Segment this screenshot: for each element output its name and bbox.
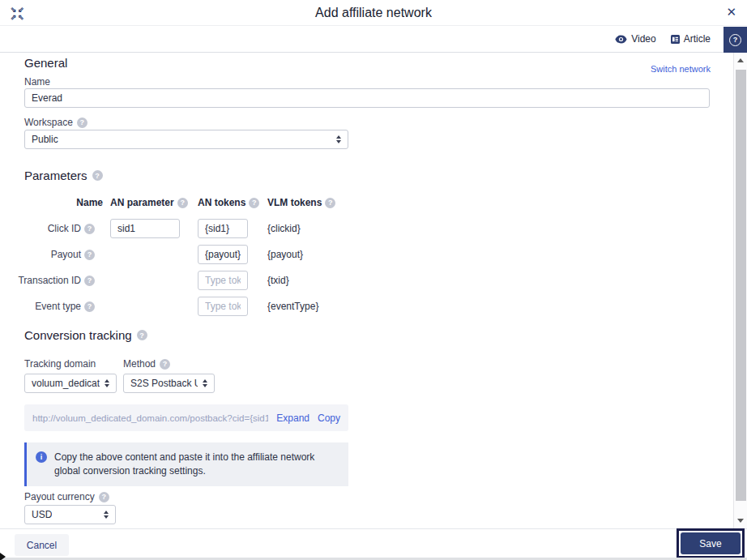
click-id-an-token-input[interactable]: [198, 219, 248, 238]
event-type-vlm-token: {eventType}: [267, 297, 318, 316]
name-label-text: Name: [24, 76, 50, 88]
vertical-scrollbar[interactable]: [733, 53, 747, 528]
save-button-focus-ring: Save: [677, 528, 745, 558]
spinner-icon: [104, 511, 109, 519]
col-header-an-tokens: AN tokens ?: [198, 197, 259, 208]
info-icon: i: [36, 451, 47, 463]
col-vlm-tokens-text: VLM tokens: [267, 197, 322, 208]
eye-icon: [615, 35, 627, 44]
payout-currency-label: Payout currency ?: [24, 491, 109, 502]
conversion-tracking-heading-text: Conversion tracking: [24, 328, 132, 342]
tracking-domain-value: voluum_dedicat...: [32, 378, 100, 389]
payout-currency-help-icon[interactable]: ?: [99, 492, 109, 502]
article-link[interactable]: Article: [671, 33, 711, 45]
general-heading-text: General: [24, 56, 67, 70]
event-type-help-icon[interactable]: ?: [84, 301, 95, 312]
parameters-help-icon[interactable]: ?: [92, 170, 103, 181]
parameters-heading: Parameters ?: [24, 169, 103, 182]
spinner-icon: [336, 135, 341, 143]
name-label: Name: [24, 76, 50, 88]
method-value: S2S Postback U...: [130, 378, 198, 389]
help-toolbar: Video Article: [0, 26, 747, 53]
dialog-title: Add affiliate network: [0, 6, 747, 20]
payout-currency-value: USD: [32, 509, 52, 520]
col-an-parameter-text: AN parameter: [110, 197, 174, 208]
workspace-label-text: Workspace: [24, 117, 73, 128]
transaction-id-help-icon[interactable]: ?: [84, 276, 95, 286]
info-banner: i Copy the above content and paste it in…: [24, 442, 348, 486]
scroll-down-icon[interactable]: [737, 519, 744, 523]
payout-currency-label-text: Payout currency: [24, 491, 95, 502]
click-id-label: Click ID: [48, 223, 81, 234]
article-label: Article: [684, 33, 711, 45]
scrollbar-thumb[interactable]: [736, 70, 746, 501]
video-link[interactable]: Video: [615, 33, 655, 45]
question-mark-icon: ?: [729, 34, 741, 46]
close-icon[interactable]: ✕: [726, 5, 736, 19]
transaction-id-vlm-token: {txid}: [267, 271, 289, 290]
conversion-tracking-help-icon[interactable]: ?: [137, 330, 147, 340]
an-parameter-help-icon[interactable]: ?: [177, 198, 188, 208]
payout-currency-select[interactable]: USD: [24, 505, 116, 524]
payout-label: Payout: [51, 249, 81, 260]
tracking-domain-select[interactable]: voluum_dedicat...: [24, 374, 117, 393]
help-button[interactable]: ?: [724, 27, 747, 53]
save-button[interactable]: Save: [681, 532, 741, 554]
postback-url-text: http://voluum_dedicated_domain.com/postb…: [32, 413, 268, 423]
spinner-icon: [203, 379, 207, 387]
conversion-tracking-heading: Conversion tracking ?: [24, 328, 147, 342]
method-help-icon[interactable]: ?: [160, 359, 170, 370]
cursor-artifact: [0, 553, 6, 560]
name-input[interactable]: [24, 88, 710, 108]
postback-url-box: http://voluum_dedicated_domain.com/postb…: [24, 404, 348, 431]
dialog-title-bar: ⇘⇙⇗⇖ Add affiliate network ✕: [0, 0, 747, 26]
article-icon: [671, 35, 680, 44]
parameters-heading-text: Parameters: [24, 169, 88, 182]
spinner-icon: [105, 379, 109, 387]
workspace-value: Public: [32, 134, 58, 145]
tracking-domain-label-text: Tracking domain: [24, 358, 96, 370]
payout-help-icon[interactable]: ?: [84, 250, 95, 260]
click-id-an-parameter-input[interactable]: [110, 219, 180, 238]
video-label: Video: [631, 33, 655, 45]
add-affiliate-network-dialog: ⇘⇙⇗⇖ Add affiliate network ✕ Video Artic…: [0, 0, 747, 560]
general-heading: General: [24, 56, 67, 70]
info-text: Copy the above content and paste it into…: [54, 451, 327, 478]
tracking-domain-label: Tracking domain: [24, 358, 96, 370]
col-header-vlm-tokens: VLM tokens ?: [267, 197, 335, 208]
event-type-label: Event type: [35, 301, 81, 312]
row-label-click-id: Click ID ?: [0, 219, 95, 238]
transaction-id-label: Transaction ID: [18, 275, 81, 286]
col-an-tokens-text: AN tokens: [198, 197, 245, 208]
method-label: Method ?: [123, 358, 170, 370]
expand-link[interactable]: Expand: [276, 413, 309, 424]
row-label-event-type: Event type ?: [0, 297, 95, 316]
col-name-text: Name: [76, 197, 103, 208]
col-header-name: Name: [0, 197, 103, 208]
click-id-vlm-token: {clickid}: [267, 219, 301, 238]
vlm-tokens-help-icon[interactable]: ?: [325, 198, 335, 208]
workspace-select[interactable]: Public: [24, 130, 348, 149]
transaction-id-an-token-input[interactable]: [198, 271, 248, 290]
row-label-transaction-id: Transaction ID ?: [0, 271, 95, 290]
method-select[interactable]: S2S Postback U...: [123, 374, 215, 393]
cancel-button[interactable]: Cancel: [15, 534, 69, 556]
an-tokens-help-icon[interactable]: ?: [249, 198, 259, 208]
event-type-an-token-input[interactable]: [198, 297, 248, 316]
scroll-up-icon[interactable]: [737, 58, 744, 62]
method-label-text: Method: [123, 358, 156, 370]
payout-vlm-token: {payout}: [267, 245, 303, 264]
payout-an-token-input[interactable]: [198, 245, 248, 264]
row-label-payout: Payout ?: [0, 245, 95, 264]
col-header-an-parameter: AN parameter ?: [110, 197, 188, 208]
toolbar-links: Video Article: [615, 26, 711, 52]
click-id-help-icon[interactable]: ?: [84, 224, 95, 234]
copy-link[interactable]: Copy: [318, 413, 340, 424]
dialog-footer: Cancel Save: [0, 528, 747, 558]
switch-network-link[interactable]: Switch network: [651, 64, 711, 74]
workspace-label: Workspace ?: [24, 117, 88, 128]
workspace-help-icon[interactable]: ?: [77, 118, 88, 128]
